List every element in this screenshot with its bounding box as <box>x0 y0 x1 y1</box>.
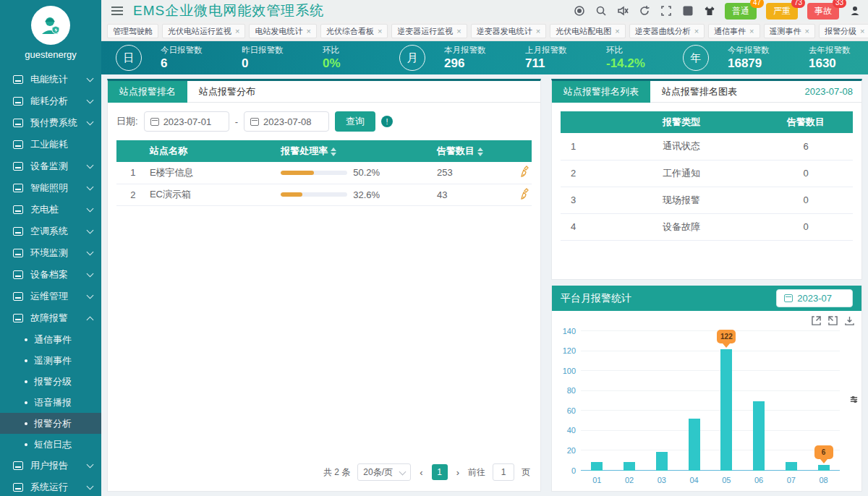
tab-inverter-curve[interactable]: 逆变器曲线分析× <box>629 24 705 38</box>
calendar-icon <box>784 294 793 302</box>
tab-pv-monitor[interactable]: 光伏电站运行监视× <box>162 24 245 38</box>
query-button[interactable]: 查询 <box>335 111 375 132</box>
col-alarm-count[interactable]: 告警数目 <box>437 140 520 162</box>
page-number-button[interactable]: 1 <box>432 464 448 480</box>
tab-alarm-rank-chart[interactable]: 站点报警排名图表 <box>650 81 749 103</box>
clear-broom-icon[interactable] <box>520 188 532 200</box>
close-icon[interactable]: × <box>694 27 699 35</box>
info-icon[interactable]: ! <box>381 116 393 127</box>
table-row: 2 EC演示箱 32.6% 43 <box>116 184 532 205</box>
tab-pv-board[interactable]: 光伏综合看板× <box>320 24 388 38</box>
bar[interactable] <box>753 401 765 471</box>
y-axis-tick: 0 <box>571 466 576 475</box>
sidebar-subitem-alarm-analysis[interactable]: 报警分析 <box>0 413 101 434</box>
bar[interactable] <box>689 419 700 471</box>
sidebar-subitem-sms-log[interactable]: 短信日志 <box>0 434 101 455</box>
sidebar-item-hvac[interactable]: 空调系统 <box>0 221 101 242</box>
close-icon[interactable]: × <box>456 27 461 35</box>
close-icon[interactable]: × <box>615 27 619 35</box>
sidebar-subitem-voice-broadcast[interactable]: 语音播报 <box>0 392 101 413</box>
clear-broom-icon[interactable] <box>520 166 532 177</box>
chart-toolbox <box>812 316 854 325</box>
refresh-icon[interactable] <box>638 5 650 17</box>
bar[interactable] <box>720 349 732 471</box>
bar[interactable] <box>656 452 668 471</box>
restore-icon[interactable] <box>812 316 821 325</box>
sidebar-item-ops-management[interactable]: 运维管理 <box>0 286 101 307</box>
tab-site-alarm-ranking[interactable]: 站点报警排名 <box>108 81 187 103</box>
stat-value: -14.2% <box>606 56 668 71</box>
sidebar-subitem-alarm-levels[interactable]: 报警分级 <box>0 371 101 392</box>
next-page-button[interactable]: › <box>455 467 461 478</box>
tab-dashboard[interactable]: 管理驾驶舱 <box>107 24 158 38</box>
handle-rate-value: 50.2% <box>353 167 380 178</box>
goto-page-input[interactable]: 1 <box>493 463 514 481</box>
alarm-chip-normal[interactable]: 普通47 <box>725 3 757 20</box>
sidebar-item-smart-lighting[interactable]: 智能照明 <box>0 177 101 199</box>
bar[interactable] <box>786 462 797 471</box>
tab-alarm-levels[interactable]: 报警分级× <box>819 24 868 38</box>
sidebar-subitem-comm-events[interactable]: 通信事件 <box>0 329 101 350</box>
smart-lighting-icon <box>13 184 23 192</box>
menu-toggle-icon[interactable] <box>111 7 123 15</box>
close-icon[interactable]: × <box>749 27 754 35</box>
sidebar-item-prepaid[interactable]: 预付费系统 <box>0 112 101 134</box>
target-icon[interactable] <box>573 5 585 17</box>
col-handle-rate[interactable]: 报警处理率 <box>281 140 437 162</box>
sidebar-subitem-telemetry-events[interactable]: 遥测事件 <box>0 350 101 371</box>
user-icon[interactable] <box>848 5 861 17</box>
sidebar-item-industrial-energy[interactable]: 工业能耗 <box>0 134 101 155</box>
save-image-icon[interactable] <box>845 316 854 325</box>
alarm-chip-accident[interactable]: 事故33 <box>807 3 839 20</box>
translate-icon[interactable]: A <box>681 5 694 17</box>
col-site-name[interactable]: 站点名称 <box>150 140 281 162</box>
close-icon[interactable]: × <box>235 27 239 35</box>
data-view-icon[interactable] <box>828 316 838 325</box>
chevron-down-icon <box>87 249 94 256</box>
table-row: 1 E楼宇信息 50.2% 253 <box>116 162 532 184</box>
bar[interactable] <box>591 462 603 471</box>
tab-inverter-monitor[interactable]: 逆变器运行监视× <box>391 24 467 38</box>
sidebar-item-charging-pile[interactable]: 充电桩 <box>0 199 101 221</box>
close-icon[interactable]: × <box>805 27 809 35</box>
close-icon[interactable]: × <box>306 27 310 35</box>
page-size-select[interactable]: 20条/页 <box>357 463 411 481</box>
sidebar-item-system-run[interactable]: 系统运行 <box>0 476 101 496</box>
tab-station-gen-stats[interactable]: 电站发电统计× <box>249 24 316 38</box>
close-icon[interactable]: × <box>378 27 382 35</box>
header-actions: A 普通47 严重73 事故33 <box>573 3 861 20</box>
sidebar-item-fault-alarm[interactable]: 故障报警 <box>0 307 101 329</box>
bar[interactable] <box>624 462 635 471</box>
bar[interactable] <box>818 465 830 471</box>
prev-page-button[interactable]: ‹ <box>418 467 424 478</box>
tab-comm-events[interactable]: 通信事件× <box>708 24 760 38</box>
sidebar-item-energy-analysis[interactable]: 能耗分析 <box>0 90 101 112</box>
app-root: guestenergy 电能统计 能耗分析 预付费系统 工业能耗 设备监测 智能… <box>0 0 868 496</box>
sidebar-item-environment[interactable]: 环境监测 <box>0 242 101 264</box>
data-zoom-icon[interactable] <box>849 394 859 407</box>
y-axis-tick: 100 <box>563 367 576 375</box>
alert-count: 0 <box>759 187 853 213</box>
tab-telemetry-events[interactable]: 遥测事件× <box>764 24 815 38</box>
fullscreen-icon[interactable] <box>660 5 672 17</box>
tab-alarm-rank-list[interactable]: 站点报警排名列表 <box>552 81 650 103</box>
sort-icon[interactable] <box>477 147 483 156</box>
sidebar-item-device-monitor[interactable]: 设备监测 <box>0 155 101 177</box>
tab-pv-distribution-map[interactable]: 光伏电站配电图× <box>550 24 625 38</box>
sidebar-item-device-archive[interactable]: 设备档案 <box>0 264 101 286</box>
sort-icon[interactable] <box>331 147 336 156</box>
alarm-chip-severe[interactable]: 严重73 <box>766 3 798 20</box>
alarm-type: 设备故障 <box>604 213 759 240</box>
tab-inverter-gen-stats[interactable]: 逆变器发电统计× <box>471 24 546 38</box>
theme-shirt-icon[interactable] <box>703 5 715 17</box>
date-to-input[interactable]: 2023-07-08 <box>244 111 329 132</box>
date-from-input[interactable]: 2023-07-01 <box>144 111 229 132</box>
mute-icon[interactable] <box>616 5 629 17</box>
month-picker[interactable]: 2023-07 <box>776 289 853 307</box>
sidebar-item-user-report[interactable]: 用户报告 <box>0 455 101 476</box>
close-icon[interactable]: × <box>860 27 864 35</box>
sidebar-item-energy-stats[interactable]: 电能统计 <box>0 69 101 90</box>
search-icon[interactable] <box>595 5 607 17</box>
close-icon[interactable]: × <box>536 27 540 35</box>
tab-site-alarm-distribution[interactable]: 站点报警分布 <box>187 81 267 103</box>
